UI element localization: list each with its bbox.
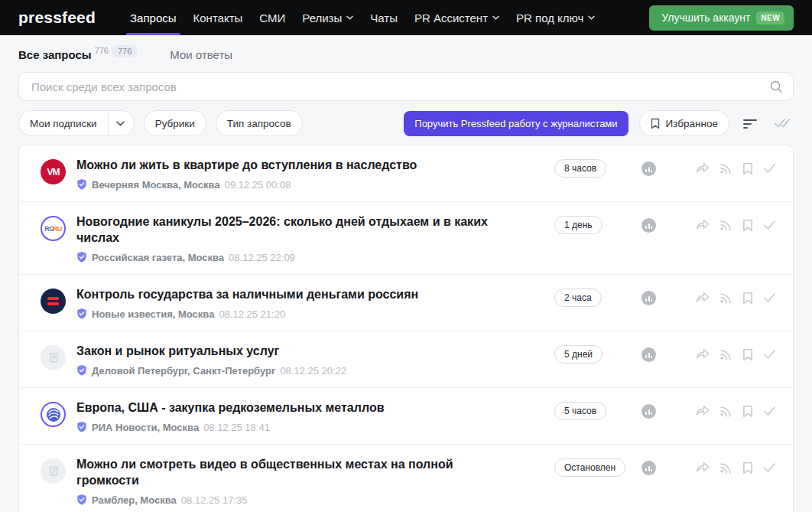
subscribe-button[interactable]: [718, 290, 734, 305]
bookmark-button[interactable]: [741, 403, 755, 419]
request-title[interactable]: Можно ли жить в квартире до вступления в…: [76, 157, 493, 173]
mark-done-button[interactable]: [762, 218, 778, 232]
row-icon-group: [694, 460, 778, 476]
bookmark-button[interactable]: [741, 290, 755, 306]
mark-done-button[interactable]: [762, 461, 778, 474]
mark-all-read-button[interactable]: [771, 114, 794, 132]
rubrics-filter-chip[interactable]: Рубрики: [144, 110, 206, 136]
nav-item-media[interactable]: СМИ: [251, 0, 294, 35]
rss-icon: [719, 219, 732, 231]
request-source: Деловой Петербург, Санкт-Петербург: [92, 365, 275, 377]
bookmark-button[interactable]: [741, 217, 755, 233]
nav-item-label: PR под ключ: [516, 11, 583, 24]
nav-item-releases[interactable]: Релизы: [294, 0, 362, 35]
request-row[interactable]: VM Можно ли жить в квартире до вступлени…: [19, 145, 793, 202]
subscribe-button[interactable]: [718, 217, 734, 233]
favorites-filter-label: Избранное: [660, 118, 729, 129]
tab-all-requests[interactable]: Все запросы 776 776: [18, 48, 138, 61]
search-input[interactable]: [18, 72, 794, 101]
hire-pressfeed-button[interactable]: Поручить Pressfeed работу с журналистами: [404, 111, 628, 136]
subscribe-button[interactable]: [718, 460, 734, 475]
request-row[interactable]: Можно ли смотреть видео в общественных м…: [19, 445, 793, 512]
bookmark-icon: [651, 118, 660, 129]
source-avatar: [41, 458, 66, 484]
request-title[interactable]: Европа, США - закупка редкоземельных мет…: [76, 399, 493, 416]
check-icon: [763, 406, 776, 416]
request-actions: 5 дней: [554, 344, 778, 364]
nav-item-label: Запросы: [130, 11, 177, 24]
nav-item-label: СМИ: [259, 11, 285, 24]
share-button[interactable]: [694, 290, 711, 305]
time-left-badge: 5 дней: [554, 345, 603, 364]
row-icon-group: [694, 403, 778, 419]
mark-done-button[interactable]: [762, 404, 778, 418]
verified-shield-icon: [76, 308, 87, 320]
requests-tabs: Все запросы 776 776 Мои ответы: [0, 35, 812, 72]
nav-item-chats[interactable]: Чаты: [362, 0, 406, 35]
share-button[interactable]: [694, 217, 711, 233]
favorites-filter-chip[interactable]: Избранное: [639, 110, 729, 136]
nav-item-label: Релизы: [302, 11, 342, 24]
main-nav: Запросы Контакты СМИ Релизы Чаты PR Асси…: [122, 0, 649, 35]
tab-my-answers[interactable]: Мои ответы: [170, 48, 232, 61]
subscriptions-dropdown-toggle[interactable]: [108, 111, 134, 135]
share-button[interactable]: [694, 161, 711, 176]
rss-icon: [719, 292, 732, 304]
share-button[interactable]: [694, 460, 711, 475]
bookmark-button[interactable]: [741, 161, 755, 177]
mark-done-button[interactable]: [762, 347, 778, 361]
nav-item-contacts[interactable]: Контакты: [185, 0, 252, 35]
row-icon-group: [694, 290, 778, 306]
request-row[interactable]: RGRU Новогодние каникулы 2025–2026: скол…: [19, 202, 793, 275]
request-title[interactable]: Контроль государства за наличными деньга…: [76, 286, 493, 302]
share-icon: [696, 348, 710, 360]
subscribe-button[interactable]: [718, 161, 734, 176]
document-icon: [48, 465, 59, 477]
requests-count-badge: 776: [112, 45, 138, 57]
request-actions: Остановлен: [554, 458, 778, 478]
request-row[interactable]: Европа, США - закупка редкоземельных мет…: [19, 388, 793, 445]
share-button[interactable]: [694, 347, 711, 362]
share-button[interactable]: [694, 403, 711, 419]
verified-shield-icon: [76, 178, 87, 191]
avatar-initials: VM: [47, 167, 60, 178]
pressfeed-logo[interactable]: pressfeed: [18, 0, 96, 35]
request-row[interactable]: Контроль государства за наличными деньга…: [19, 275, 793, 331]
sort-icon: [743, 117, 757, 129]
request-meta: Рамблер, Москва 08.12.25 17:35: [76, 494, 493, 506]
bookmark-button[interactable]: [741, 347, 755, 363]
rss-icon: [719, 162, 732, 174]
stats-icon: [641, 461, 656, 475]
request-main: Новогодние каникулы 2025–2026: сколько д…: [76, 214, 493, 263]
sort-button[interactable]: [740, 114, 760, 132]
nav-item-pr-turnkey[interactable]: PR под ключ: [508, 0, 603, 35]
subscriptions-filter-chip[interactable]: Мои подписки: [18, 110, 135, 136]
request-datetime: 09.12.25 00:08: [225, 179, 291, 191]
request-main: Европа, США - закупка редкоземельных мет…: [76, 399, 493, 433]
mark-done-button[interactable]: [762, 161, 778, 175]
mark-done-button[interactable]: [762, 291, 778, 305]
chevron-down-icon: [116, 121, 125, 126]
nav-item-requests[interactable]: Запросы: [122, 0, 185, 35]
time-left-badge: 1 день: [554, 216, 603, 234]
request-title[interactable]: Можно ли смотреть видео в общественных м…: [76, 456, 493, 488]
request-meta: Новые известия, Москва 08.12.25 21:20: [76, 308, 493, 320]
bookmark-button[interactable]: [741, 460, 755, 476]
rss-icon: [719, 461, 732, 474]
stats-icon: [641, 161, 656, 176]
search-icon[interactable]: [769, 80, 783, 93]
request-row[interactable]: Закон и рынок ритуальных услуг Деловой П…: [19, 331, 793, 388]
nav-item-pr-assistant[interactable]: PR Ассистент: [406, 0, 508, 35]
request-meta: РИА Новости, Москва 08.12.25 18:41: [76, 421, 493, 433]
time-left-badge: 8 часов: [554, 159, 606, 178]
request-datetime: 08.12.25 21:20: [219, 308, 285, 320]
request-type-filter-label: Тип запросов: [216, 118, 302, 129]
subscribe-button[interactable]: [718, 403, 734, 419]
request-title[interactable]: Новогодние каникулы 2025–2026: сколько д…: [76, 214, 493, 246]
request-title[interactable]: Закон и рынок ритуальных услуг: [76, 343, 493, 359]
request-type-filter-chip[interactable]: Тип запросов: [216, 110, 303, 136]
request-main: Можно ли жить в квартире до вступления в…: [76, 157, 493, 191]
check-icon: [763, 220, 776, 230]
upgrade-account-button[interactable]: Улучшить аккаунт NEW: [649, 5, 794, 31]
subscribe-button[interactable]: [718, 347, 734, 362]
